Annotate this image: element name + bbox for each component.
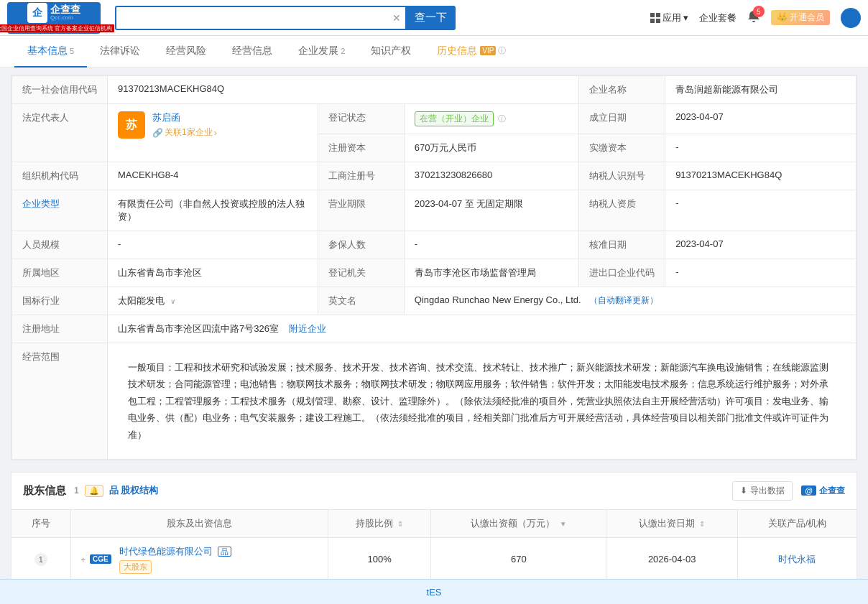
reg-capital-value: 670万元人民币 <box>404 134 578 162</box>
download-icon: ⬇ <box>740 485 747 496</box>
tab-history[interactable]: 历史信息 VIP ⓘ <box>424 36 519 68</box>
biz-scope-label: 经营范围 <box>12 343 108 460</box>
approval-date-label: 核准日期 <box>579 231 665 259</box>
table-row-legal-rep: 法定代表人 苏 苏启函 🔗 关联1家企业 › <box>12 104 857 134</box>
tab-legal[interactable]: 法律诉讼 <box>87 36 153 68</box>
biz-scope-value: 一般项目：工程和技术研究和试验发展；技术服务、技术开发、技术咨询、技术交流、技术… <box>108 343 857 460</box>
legal-rep-value: 苏 苏启函 🔗 关联1家企业 › <box>108 104 318 162</box>
shareholder-title: 股东信息 1 🔔 品 股权结构 <box>23 484 158 498</box>
legal-rep-info: 苏启函 🔗 关联1家企业 › <box>152 111 217 139</box>
tax-id-label: 纳税人识别号 <box>579 162 665 190</box>
logo-area: 企 企查查 Qcc.com 全国企业信用查询系统 官方备案企业征信机构 <box>7 2 101 34</box>
org-code-value: MACEKHG8-4 <box>108 162 318 190</box>
cge-logo: CGE <box>90 554 111 564</box>
bottom-hint-bar: tES <box>0 579 868 604</box>
tab-legal-label: 法律诉讼 <box>100 45 140 57</box>
legal-rep-name-link[interactable]: 苏启函 <box>152 111 217 124</box>
reg-status-info-icon[interactable]: ⓘ <box>498 114 506 123</box>
logo-box: 企 企查查 Qcc.com 全国企业信用查询系统 官方备案企业征信机构 <box>7 2 101 34</box>
search-input[interactable]: 青岛润超新能源有限公司 <box>115 6 388 30</box>
paid-capital-label: 实缴资本 <box>579 134 665 162</box>
svg-rect-3 <box>656 19 660 23</box>
tab-history-info-icon[interactable]: ⓘ <box>498 45 506 56</box>
vip-badge[interactable]: 👑 开通会员 <box>771 10 830 25</box>
main-content: 统一社会信用代码 91370213MACEKHG84Q 企业名称 青岛润超新能源… <box>0 68 868 589</box>
search-clear-btn[interactable]: ✕ <box>388 6 405 30</box>
industry-label: 国标行业 <box>12 287 108 315</box>
qcc-small-logo: @ 企查查 <box>801 485 845 497</box>
bottom-hint-text: tES <box>427 587 442 598</box>
table-row-staff: 人员规模 - 参保人数 - 核准日期 2023-04-07 <box>12 231 857 259</box>
avatar[interactable] <box>841 8 861 28</box>
app-dropdown-arrow: ▾ <box>683 12 688 23</box>
notification-icon[interactable]: 5 <box>747 10 760 25</box>
shareholder-section-header: 股东信息 1 🔔 品 股权结构 ⬇ 导出数据 @ 企查查 <box>11 472 857 509</box>
sh-name-cell: + CGE 时代绿色能源有限公司 品 大股东 <box>70 537 328 581</box>
company-name-label: 企业名称 <box>579 76 665 104</box>
table-row: 1 + CGE 时代绿色能源有限公司 品 大股东 100 <box>11 537 857 581</box>
english-name-label: 英文名 <box>318 287 404 315</box>
translate-link[interactable]: （自动翻译更新） <box>589 295 658 305</box>
export-label: 导出数据 <box>750 485 785 497</box>
tab-risk-label: 经营风险 <box>166 45 206 57</box>
insured-value: - <box>404 231 578 259</box>
shareholder-table: 序号 股东及出资信息 持股比例 ⇕ 认缴出资额（万元） ▼ 认缴出资日期 ⇕ 关… <box>11 509 857 582</box>
approval-date-value: 2023-04-07 <box>665 231 857 259</box>
status-chip: 在营（开业）企业 <box>415 111 494 126</box>
expand-icon[interactable]: + <box>81 555 86 564</box>
legal-rep-avatar: 苏 <box>118 111 145 139</box>
insured-label: 参保人数 <box>318 231 404 259</box>
tab-bizinfo[interactable]: 经营信息 <box>219 36 285 68</box>
tab-dev-badge: 2 <box>341 47 345 55</box>
sort-icon-date[interactable]: ⇕ <box>699 520 705 528</box>
sh-col-date: 认缴出资日期 ⇕ <box>606 509 738 537</box>
export-btn[interactable]: ⬇ 导出数据 <box>732 481 793 501</box>
shareholder-header-right: ⬇ 导出数据 @ 企查查 <box>732 481 845 501</box>
connect-enterprise-btn[interactable]: 🔗 关联1家企业 › <box>152 126 217 139</box>
biz-type-value: 有限责任公司（非自然人投资或控股的法人独资） <box>108 190 318 231</box>
suite-link[interactable]: 企业套餐 <box>699 11 737 24</box>
shareholder-title-text: 股东信息 <box>23 484 66 498</box>
tax-qual-value: - <box>665 190 857 231</box>
sh-related: 时代永福 <box>737 537 857 581</box>
reg-status-label: 登记状态 <box>318 104 404 134</box>
tab-basic-label: 基本信息 <box>27 45 68 57</box>
pin-badge[interactable]: 品 <box>218 547 231 557</box>
svg-rect-0 <box>650 13 655 17</box>
reg-auth-value: 青岛市李沧区市场监督管理局 <box>404 259 578 287</box>
nearby-link[interactable]: 附近企业 <box>289 323 326 334</box>
search-button[interactable]: 查一下 <box>405 6 456 30</box>
shareholder-alert-badge[interactable]: 🔔 <box>85 485 103 497</box>
credit-code-value: 91370213MACEKHG84Q <box>108 76 579 104</box>
paid-capital-value: - <box>665 134 857 162</box>
sh-col-name: 股东及出资信息 <box>70 509 328 537</box>
tab-basic[interactable]: 基本信息 5 <box>14 36 87 68</box>
sh-ratio: 100% <box>328 537 431 581</box>
region-value: 山东省青岛市李沧区 <box>108 259 318 287</box>
industry-dropdown-arrow[interactable]: ∨ <box>170 297 175 305</box>
tab-dev-label: 企业发展 <box>298 45 338 57</box>
sh-col-related: 关联产品/机构 <box>737 509 857 537</box>
sort-icon-ratio[interactable]: ⇕ <box>397 520 403 528</box>
sort-icon-amount[interactable]: ▼ <box>560 520 567 528</box>
shareholder-name-link[interactable]: 时代绿色能源有限公司 <box>119 546 213 557</box>
tax-id-value: 91370213MACEKHG84Q <box>665 162 857 190</box>
tab-dev[interactable]: 企业发展 2 <box>285 36 358 68</box>
app-label: 应用 <box>662 11 681 24</box>
related-product-link[interactable]: 时代永福 <box>778 554 816 564</box>
tab-ip[interactable]: 知识产权 <box>358 36 424 68</box>
qcc-label: 企查查 <box>819 485 845 497</box>
connect-icon: 🔗 <box>152 128 163 138</box>
industry-value: 太阳能发电 ∨ <box>108 287 318 315</box>
tab-ip-label: 知识产权 <box>371 45 411 57</box>
app-button[interactable]: 应用 ▾ <box>650 11 688 24</box>
table-row-credit-code: 统一社会信用代码 91370213MACEKHG84Q 企业名称 青岛润超新能源… <box>12 76 857 104</box>
biz-type-link[interactable]: 企业类型 <box>22 198 60 209</box>
credit-code-label: 统一社会信用代码 <box>12 76 108 104</box>
table-row-biz-type: 企业类型 有限责任公司（非自然人投资或控股的法人独资） 营业期限 2023-04… <box>12 190 857 231</box>
tab-risk[interactable]: 经营风险 <box>153 36 219 68</box>
equity-structure-btn[interactable]: 品 股权结构 <box>109 484 159 497</box>
svg-rect-2 <box>650 19 655 23</box>
header-right: 应用 ▾ 企业套餐 5 👑 开通会员 <box>650 8 861 28</box>
import-export-value: - <box>665 259 857 287</box>
